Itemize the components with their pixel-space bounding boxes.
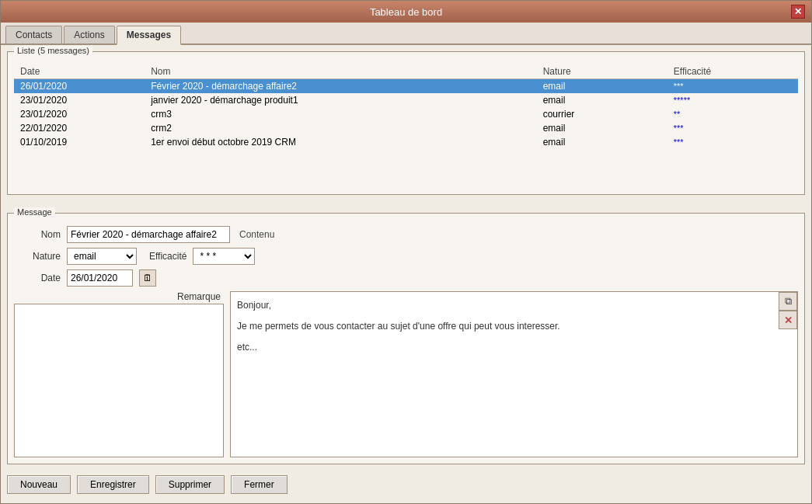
cell-nom: 1er envoi début octobre 2019 CRM [145,135,537,149]
table-row[interactable]: 23/01/2020 janvier 2020 - démarchage pro… [14,93,798,107]
contenu-label: Contenu [239,229,274,240]
supprimer-button[interactable]: Supprimer [155,475,225,494]
delete-content-button[interactable]: ✕ [779,311,797,329]
cell-nature: email [537,93,667,107]
window-title: Tableau de bord [21,6,791,18]
cell-date: 01/10/2019 [14,135,145,149]
list-section: Liste (5 messages) Date Nom Nature Effic… [7,51,805,207]
nature-efficacite-row: Nature email courrier téléphone autre Ef… [14,248,798,265]
nom-label: Nom [14,229,61,240]
tab-actions[interactable]: Actions [64,26,114,43]
remarque-section: Remarque [14,291,224,457]
remarque-textarea[interactable] [14,304,224,457]
message-section-title: Message [14,207,55,217]
enregistrer-button[interactable]: Enregistrer [77,475,149,494]
col-header-efficacite: Efficacité [667,64,798,79]
cell-efficacite: *** [667,135,798,149]
button-bar: Nouveau Enregistrer Supprimer Fermer [7,471,805,497]
remarque-label: Remarque [14,291,224,302]
cell-nom: crm2 [145,121,537,135]
copy-button[interactable]: ⧉ [779,292,797,311]
tab-bar: Contacts Actions Messages [1,23,811,45]
main-content: Liste (5 messages) Date Nom Nature Effic… [1,45,811,503]
date-row: Date 🗓 [14,269,798,287]
cell-date: 23/01/2020 [14,93,145,107]
nouveau-button[interactable]: Nouveau [7,475,71,494]
calendar-icon: 🗓 [143,273,152,283]
cell-date: 22/01/2020 [14,121,145,135]
fermer-button[interactable]: Fermer [231,475,288,494]
efficacite-wrapper: * * * * * * * * * * * * * * * [193,248,255,265]
window-close-button[interactable]: ✕ [791,5,805,19]
nature-select[interactable]: email courrier téléphone autre [67,248,137,265]
contenu-text: Bonjour, Je me permets de vous contacter… [231,292,797,457]
table-row[interactable]: 01/10/2019 1er envoi début octobre 2019 … [14,135,798,149]
table-row[interactable]: 23/01/2020 crm3 courrier ** [14,107,798,121]
cell-efficacite: *** [667,79,798,94]
efficacite-select[interactable]: * * * * * * * * * * * * * * * [193,248,255,265]
cell-efficacite: ** [667,107,798,121]
efficacite-label: Efficacité [149,251,186,262]
contenu-line1: Bonjour, [237,298,774,313]
col-header-date: Date [14,64,145,79]
cell-nature: email [537,121,667,135]
cell-date: 23/01/2020 [14,107,145,121]
calendar-button[interactable]: 🗓 [139,269,156,287]
contenu-toolbar: ⧉ ✕ [779,292,797,329]
cell-nature: email [537,79,667,94]
date-label: Date [14,273,61,283]
date-input[interactable] [67,269,133,287]
cell-efficacite: *** [667,121,798,135]
lower-area: Remarque ⧉ ✕ Bonjour, Je me permets de v… [14,291,798,457]
messages-table: Date Nom Nature Efficacité 26/01/2020 Fé… [14,64,798,149]
message-section: Message Nom Contenu Nature email courrie… [7,213,805,464]
table-row[interactable]: 22/01/2020 crm2 email *** [14,121,798,135]
nature-label: Nature [14,251,61,262]
cell-nature: courrier [537,107,667,121]
nom-row: Nom Contenu [14,226,798,243]
contenu-area: ⧉ ✕ Bonjour, Je me permets de vous conta… [230,291,798,457]
cell-nom: Février 2020 - démarchage affaire2 [145,79,537,94]
cell-nature: email [537,135,667,149]
cell-nom: janvier 2020 - démarchage produit1 [145,93,537,107]
contenu-line2: Je me permets de vous contacter au sujet… [237,319,774,334]
tab-contacts[interactable]: Contacts [5,26,62,43]
tab-messages[interactable]: Messages [117,26,181,45]
messages-list[interactable]: Date Nom Nature Efficacité 26/01/2020 Fé… [14,64,798,149]
table-row[interactable]: 26/01/2020 Février 2020 - démarchage aff… [14,79,798,94]
title-bar: Tableau de bord ✕ [1,1,811,23]
col-header-nom: Nom [145,64,537,79]
main-window: Tableau de bord ✕ Contacts Actions Messa… [0,0,812,504]
contenu-line3: etc... [237,340,774,355]
cell-date: 26/01/2020 [14,79,145,94]
list-section-title: Liste (5 messages) [14,46,92,55]
col-header-nature: Nature [537,64,667,79]
cell-efficacite: ***** [667,93,798,107]
nom-input[interactable] [67,226,230,243]
cell-nom: crm3 [145,107,537,121]
